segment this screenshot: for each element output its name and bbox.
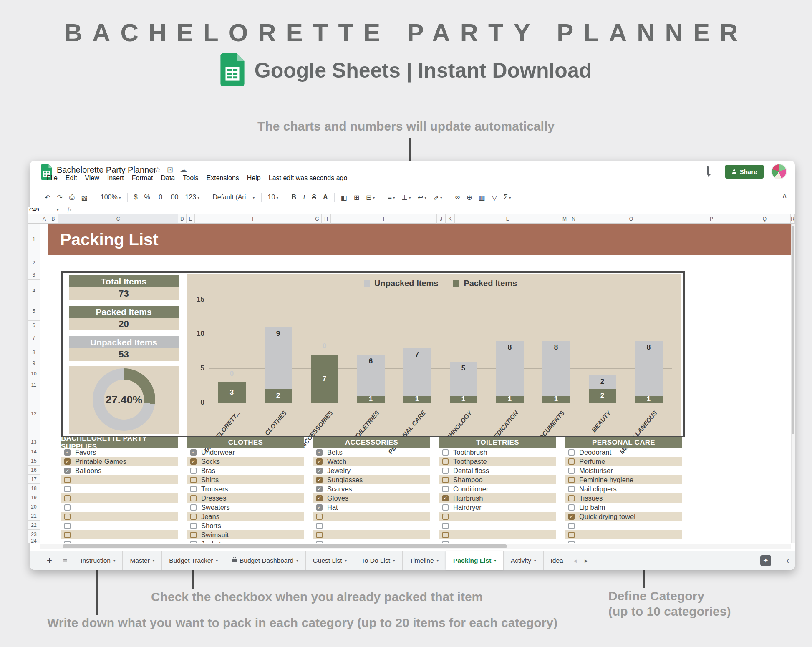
item-checkbox[interactable] (190, 504, 197, 511)
bar-chart[interactable]: 15105030BACHELORETT...92CLOTHES70ACCESSO… (187, 274, 681, 436)
name-box-caret-icon[interactable]: ▾ (57, 208, 59, 212)
item-checkbox[interactable] (442, 541, 449, 544)
strikethrough-icon[interactable]: S (309, 194, 319, 201)
increase-decimals-icon[interactable]: .00 (166, 194, 181, 201)
item-checkbox[interactable]: ✓ (316, 495, 323, 501)
item-checkbox[interactable] (64, 477, 71, 483)
row-header-4[interactable]: 4 (28, 280, 40, 302)
column-header-D[interactable]: D (178, 214, 187, 224)
vertical-scrollbar-thumb[interactable] (792, 226, 794, 434)
item-checkbox[interactable] (190, 523, 197, 529)
column-header-R[interactable]: R (791, 214, 795, 224)
item-checkbox[interactable] (442, 477, 449, 483)
item-checkbox[interactable] (64, 523, 71, 529)
item-checkbox[interactable] (64, 514, 71, 520)
text-rotation-icon[interactable]: ⇗▾ (430, 194, 445, 201)
all-sheets-icon[interactable]: ≡ (57, 551, 73, 570)
item-checkbox[interactable]: ✓ (190, 458, 197, 465)
item-checkbox[interactable] (442, 514, 449, 520)
functions-icon[interactable]: Σ▾ (501, 194, 514, 201)
row-header-12[interactable]: 12 (28, 390, 40, 437)
tab-instruction[interactable]: Instruction▾ (73, 551, 122, 570)
item-checkbox[interactable]: ✓ (316, 458, 323, 465)
tab-budget-tracker[interactable]: Budget Tracker▾ (161, 551, 225, 570)
item-checkbox[interactable] (568, 449, 575, 456)
menu-file[interactable]: File (47, 174, 58, 182)
font-select[interactable]: Default (Ari...▾ (209, 194, 257, 201)
column-header-C[interactable]: C (58, 214, 178, 224)
row-header-16[interactable]: 16 (28, 466, 40, 475)
item-checkbox[interactable] (568, 523, 575, 529)
column-header-B[interactable]: B (48, 214, 58, 224)
item-checkbox[interactable]: ✓ (64, 458, 71, 465)
column-header-F[interactable]: F (195, 214, 313, 224)
menu-view[interactable]: View (85, 174, 99, 182)
item-checkbox[interactable] (442, 486, 449, 492)
horizontal-scrollbar-thumb[interactable] (63, 544, 507, 548)
item-checkbox[interactable] (442, 532, 449, 538)
menu-insert[interactable]: Insert (107, 174, 124, 182)
item-checkbox[interactable]: ✓ (64, 468, 71, 474)
insert-comment-icon[interactable]: ⊕ (464, 194, 475, 201)
bold-icon[interactable]: B (288, 194, 299, 201)
item-checkbox[interactable]: ✓ (316, 504, 323, 511)
side-panel-chevron-icon[interactable]: ‹ (786, 555, 789, 565)
redo-icon[interactable]: ↷ (54, 194, 65, 201)
vertical-align-icon[interactable]: ⊥▾ (399, 194, 414, 201)
item-checkbox[interactable]: ✓ (64, 449, 71, 456)
borders-icon[interactable]: ⊞ (351, 194, 362, 201)
row-header-7[interactable]: 7 (28, 330, 40, 346)
column-header-L[interactable]: L (455, 214, 560, 224)
item-checkbox[interactable] (190, 532, 197, 538)
select-all-corner[interactable] (28, 214, 40, 224)
share-button[interactable]: Share (725, 165, 764, 179)
tab-activity[interactable]: Activity▾ (503, 551, 543, 570)
row-header-11[interactable]: 11 (28, 380, 40, 390)
avatar[interactable] (771, 164, 787, 179)
document-title[interactable]: Bachelorette Party Planner (57, 165, 156, 175)
tab-timeline[interactable]: Timeline▾ (402, 551, 446, 570)
item-checkbox[interactable]: ✓ (190, 449, 197, 456)
item-checkbox[interactable]: ✓ (568, 514, 575, 520)
row-header-2[interactable]: 2 (28, 255, 40, 270)
item-checkbox[interactable] (190, 486, 197, 492)
row-header-10[interactable]: 10 (28, 368, 40, 380)
item-checkbox[interactable] (568, 477, 575, 483)
column-header-P[interactable]: P (684, 214, 739, 224)
text-color-icon[interactable]: A (320, 194, 331, 201)
star-icon[interactable]: ☆ (154, 165, 161, 174)
row-header-19[interactable]: 19 (28, 493, 40, 502)
format-percent-icon[interactable]: % (141, 194, 153, 201)
insert-chart-icon[interactable]: ▥ (476, 194, 488, 201)
tab-budget-dashboard[interactable]: Budget Dashboard▾ (225, 551, 305, 570)
column-header-E[interactable]: E (187, 214, 195, 224)
tab-to-do-list[interactable]: To Do List▾ (354, 551, 402, 570)
column-header-M[interactable]: M (560, 214, 569, 224)
insert-link-icon[interactable]: ∞ (452, 194, 463, 201)
tab-guest-list[interactable]: Guest List▾ (305, 551, 354, 570)
menu-data[interactable]: Data (161, 174, 175, 182)
row-header-8[interactable]: 8 (28, 346, 40, 359)
row-header-13[interactable]: 13 (28, 437, 40, 447)
item-checkbox[interactable] (442, 449, 449, 456)
tab-scroll-right-icon[interactable]: ► (583, 558, 589, 564)
fill-color-icon[interactable]: ◧ (338, 194, 350, 201)
item-checkbox[interactable] (190, 514, 197, 520)
row-header-1[interactable]: 1 (28, 224, 40, 255)
item-checkbox[interactable] (190, 477, 197, 483)
font-size-select[interactable]: 10▾ (265, 194, 282, 201)
row-header-22[interactable]: 22 (28, 521, 40, 530)
row-header-6[interactable]: 6 (28, 321, 40, 330)
row-header-21[interactable]: 21 (28, 511, 40, 521)
row-header-18[interactable]: 18 (28, 484, 40, 493)
tab-packing-list[interactable]: Packing List▾ (446, 551, 503, 570)
item-checkbox[interactable] (190, 541, 197, 544)
zoom-select[interactable]: 100%▾ (98, 194, 124, 201)
item-checkbox[interactable] (568, 458, 575, 465)
item-checkbox[interactable] (190, 468, 197, 474)
more-formats-select[interactable]: 123▾ (182, 194, 202, 201)
column-header-A[interactable]: A (40, 214, 48, 224)
column-header-J[interactable]: J (437, 214, 446, 224)
column-header-O[interactable]: O (578, 214, 684, 224)
explore-icon[interactable]: ✦ (760, 555, 771, 566)
